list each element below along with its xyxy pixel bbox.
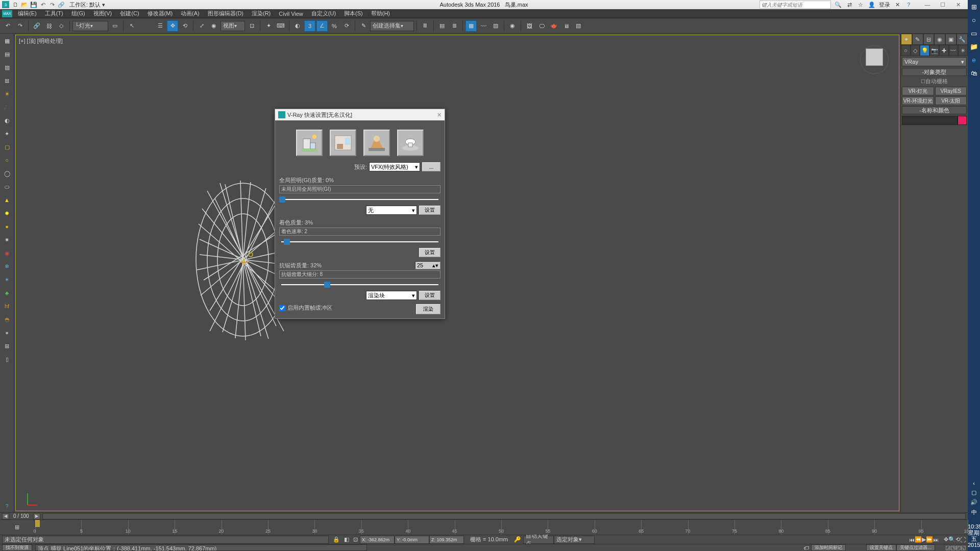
- redo-icon[interactable]: ↷: [48, 1, 56, 9]
- trackbar-toggle[interactable]: ⊞: [0, 520, 35, 535]
- help-icon[interactable]: ?: [904, 1, 913, 9]
- maximize-button[interactable]: ☐: [935, 0, 950, 9]
- ltool-10[interactable]: ○: [1, 154, 13, 166]
- open-icon[interactable]: 📂: [20, 1, 29, 9]
- ltool-1[interactable]: ▦: [1, 35, 13, 47]
- keyboard-shortcut-button[interactable]: ⌨: [275, 20, 286, 32]
- sub-helpers[interactable]: ✚: [939, 45, 949, 56]
- preset-dropdown[interactable]: VFX(特效风格)▾: [369, 162, 420, 171]
- ltool-help[interactable]: ?: [1, 500, 13, 512]
- nav-zoom-icon[interactable]: 🔍: [948, 536, 955, 543]
- new-icon[interactable]: 🗋: [11, 1, 19, 9]
- ltool-11[interactable]: ◯: [1, 167, 13, 180]
- menu-group[interactable]: 组(G): [69, 9, 88, 18]
- ltool-20[interactable]: ♣: [1, 287, 13, 299]
- sub-cameras[interactable]: 📷: [929, 45, 939, 56]
- ltool-4[interactable]: ⊞: [1, 74, 13, 87]
- asset-status[interactable]: 找不到资源: [2, 544, 32, 551]
- tab-modify[interactable]: ✎: [912, 34, 923, 45]
- undo-button[interactable]: ↶: [2, 20, 13, 32]
- ltool-17[interactable]: ◉: [1, 247, 13, 259]
- cortana-icon[interactable]: ○: [969, 15, 978, 24]
- select-scale-button[interactable]: ⤢: [196, 20, 207, 32]
- ltool-16[interactable]: ✷: [1, 234, 13, 246]
- menu-graph[interactable]: 图形编辑器(D): [205, 9, 246, 18]
- ltool-25[interactable]: ▯: [1, 353, 13, 365]
- spinner-snap-button[interactable]: ⟳: [341, 20, 352, 32]
- clock[interactable]: 10:35 星期五 2015/8/21: [968, 523, 980, 548]
- frame-buffer-checkbox[interactable]: 启用内置帧缓冲区: [279, 304, 332, 312]
- undo-icon[interactable]: ↶: [39, 1, 47, 9]
- help-search-input[interactable]: [760, 1, 831, 9]
- dialog-titlebar[interactable]: V-Ray 快速设置[无名汉化] ✕: [275, 109, 445, 120]
- next-frame-button[interactable]: ▶: [33, 513, 40, 519]
- unlink-button[interactable]: ⛓: [43, 20, 55, 32]
- btn-vraylight[interactable]: VR-灯光: [902, 87, 934, 95]
- manipulate-button[interactable]: ✦: [263, 20, 274, 32]
- key-filter-button[interactable]: 关键点过滤器...: [896, 544, 935, 551]
- gi-quality-slider[interactable]: [279, 195, 440, 204]
- close-button[interactable]: ✕: [950, 0, 966, 9]
- shade-settings-button[interactable]: 设置: [419, 248, 440, 257]
- toggle-ribbon-button[interactable]: ▦: [465, 20, 477, 32]
- ltool-5[interactable]: ☀: [1, 88, 13, 100]
- ltool-9[interactable]: ▢: [1, 141, 13, 153]
- ltool-23[interactable]: ●: [1, 327, 13, 339]
- ltool-18[interactable]: ❄: [1, 260, 13, 272]
- ltool-21[interactable]: hf: [1, 300, 13, 312]
- rollout-object-type[interactable]: - 对象类型: [902, 68, 967, 76]
- start-icon[interactable]: ⊞: [969, 2, 978, 11]
- lock-icon[interactable]: 🔒: [331, 536, 342, 543]
- pivot-button[interactable]: ⊡: [246, 20, 257, 32]
- prev-frame-button[interactable]: ◀: [2, 513, 9, 519]
- object-name-field[interactable]: [902, 116, 958, 125]
- btn-vraysun[interactable]: VR-太阳: [935, 96, 967, 105]
- viewcube[interactable]: [860, 45, 889, 74]
- menu-create[interactable]: 创建(C): [117, 9, 141, 18]
- menu-render[interactable]: 渲染(R): [249, 9, 273, 18]
- preset-vfx-button[interactable]: [363, 130, 390, 156]
- layer-button[interactable]: ≣: [449, 20, 460, 32]
- select-name-button[interactable]: ☰: [155, 20, 166, 32]
- menu-modifier[interactable]: 修改器(M): [145, 9, 176, 18]
- preset-more-button[interactable]: ...: [422, 162, 440, 171]
- rendered-frame-button[interactable]: 🖵: [536, 20, 547, 32]
- placement-button[interactable]: ◉: [208, 20, 219, 32]
- cursor-button[interactable]: ↖: [126, 20, 137, 32]
- render-setup-button[interactable]: 🖼: [524, 20, 535, 32]
- explorer-icon[interactable]: 📁: [969, 42, 978, 51]
- ltool-13[interactable]: ▲: [1, 194, 13, 206]
- time-slider-track[interactable]: [42, 513, 966, 519]
- auto-grid-check[interactable]: ☐ 自动栅格: [902, 78, 967, 85]
- redo-button[interactable]: ↷: [14, 20, 26, 32]
- edit-named-sel-button[interactable]: ✎: [358, 20, 369, 32]
- render-activeshade-button[interactable]: ▧: [573, 20, 584, 32]
- snap3d-button[interactable]: 3: [304, 20, 315, 32]
- tab-hierarchy[interactable]: ⊟: [923, 34, 935, 45]
- menu-custom[interactable]: 自定义(U): [309, 9, 338, 18]
- menu-animation[interactable]: 动画(A): [178, 9, 202, 18]
- volume-icon[interactable]: 🔊: [970, 499, 977, 506]
- ltool-22[interactable]: ◓: [1, 313, 13, 325]
- tab-motion[interactable]: ◉: [934, 34, 945, 45]
- render-settings-button[interactable]: 设置: [419, 291, 440, 300]
- material-editor-button[interactable]: ◉: [507, 20, 518, 32]
- dialog-close-icon[interactable]: ✕: [437, 112, 442, 118]
- ltool-24[interactable]: ⊞: [1, 340, 13, 352]
- shade-quality-slider[interactable]: [279, 238, 440, 246]
- link-button[interactable]: 🔗: [31, 20, 42, 32]
- btn-vrayies[interactable]: VRayIES: [935, 87, 967, 95]
- curve-editor-button[interactable]: 〰: [478, 20, 489, 32]
- next-key-icon[interactable]: ⏩: [926, 536, 933, 543]
- user-icon[interactable]: 👤: [868, 1, 876, 9]
- workspace-selector[interactable]: 工作区: 默认 ▾: [69, 1, 105, 9]
- notifications-icon[interactable]: ▢: [971, 489, 976, 496]
- exchange-icon[interactable]: ⇄: [845, 1, 853, 9]
- selection-lock-icon[interactable]: ⊡: [351, 536, 360, 543]
- tab-display[interactable]: ▣: [945, 34, 957, 45]
- ref-coord-dropdown[interactable]: 视图 ▾: [220, 21, 245, 31]
- coord-y[interactable]: Y: -0.0mm: [395, 536, 429, 544]
- selection-filter[interactable]: └灯光 ▾: [72, 21, 108, 31]
- mirror-button[interactable]: Ⅲ: [420, 20, 431, 32]
- play-icon[interactable]: ▶: [922, 536, 926, 543]
